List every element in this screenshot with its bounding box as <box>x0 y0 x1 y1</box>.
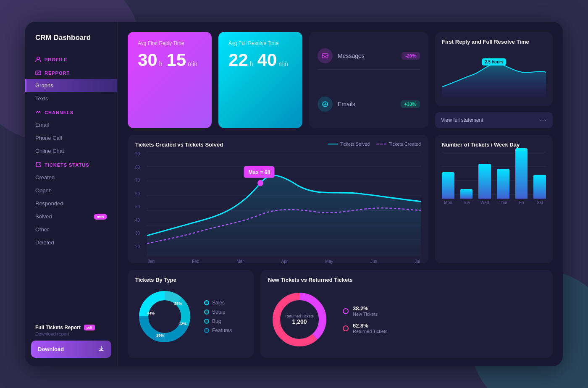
chart-tooltip: 2.5 hours <box>482 58 506 66</box>
sidebar-bottom: Full Tickets Report pdf Download report … <box>25 320 117 358</box>
bottom-row: Tickets By Type <box>128 270 553 358</box>
view-statement-btn[interactable]: View full statement ··· <box>435 112 553 128</box>
first-reply-chart-title: First Reply and Full Resolve Time <box>442 39 546 45</box>
sidebar-item-other[interactable]: Other <box>25 223 117 236</box>
svg-text:1,200: 1,200 <box>292 318 307 325</box>
main-content: Avg First Reply Time 30 h 15 min Avg Ful… <box>118 22 563 366</box>
bar-group-tue: Tue <box>460 189 473 205</box>
new-returned-donut: Returned Tickets 1,200 <box>268 288 331 351</box>
line-chart-area: Max = 68 Jan Feb Mar Apr May Jun Jul <box>147 152 421 257</box>
first-reply-chart-card: First Reply and Full Resolve Time <box>435 32 553 106</box>
new-vs-returned-row: Returned Tickets 1,200 38.2% New Tickets <box>268 285 545 351</box>
bar-label: Mon <box>444 200 452 205</box>
bar-chart-area: MonTueWedThurFriSat <box>442 152 546 207</box>
sidebar-item-chat[interactable]: Online Chat <box>25 144 117 157</box>
sidebar-item-graphs[interactable]: Graphs <box>25 79 117 92</box>
donut-legend: Sales Setup Bug Features <box>204 300 232 333</box>
sidebar-section-channels: CHANNELS <box>25 105 117 118</box>
first-reply-min-unit: min <box>188 60 197 67</box>
new-label: New Tickets <box>353 312 378 317</box>
view-statement-label: View full statement <box>441 117 483 123</box>
sidebar-item-solved[interactable]: Solved new <box>25 210 117 223</box>
right-panel: First Reply and Full Resolve Time <box>435 32 553 128</box>
avg-first-reply-label: Avg First Reply Time <box>138 40 202 46</box>
avg-full-resolve-label: Avg Full Resolve Time <box>228 40 292 46</box>
bar <box>460 189 473 199</box>
emails-icon <box>318 97 333 112</box>
avg-full-resolve-card: Avg Full Resolve Time 22 h 40 min <box>218 32 302 128</box>
svg-point-13 <box>257 180 263 186</box>
new-pct: 38.2% <box>353 305 378 312</box>
sidebar: CRM Dashboard PROFILE REPPORT Graphs <box>25 22 118 366</box>
svg-point-0 <box>37 57 39 60</box>
bar-label: Tue <box>463 200 470 205</box>
new-vs-returned-title: New Tickets vs Returned Tickets <box>268 277 545 283</box>
emails-row: Emails +33% <box>318 91 420 118</box>
y-axis: 90 80 70 60 50 40 30 20 <box>135 152 147 257</box>
legend-sales: Sales <box>204 300 232 306</box>
download-icon <box>98 345 105 353</box>
dashboard: CRM Dashboard PROFILE REPPORT Graphs <box>25 22 563 366</box>
solved-new-badge: new <box>94 214 107 220</box>
avg-first-reply-card: Avg First Reply Time 30 h 15 min <box>128 32 212 128</box>
legend-features: Features <box>204 328 232 333</box>
download-button[interactable]: Download <box>31 341 111 358</box>
tickets-by-type-card: Tickets By Type <box>128 270 254 358</box>
sidebar-item-oppen[interactable]: Oppen <box>25 184 117 197</box>
legend-bug: Bug <box>204 318 232 324</box>
legend-created: Tickets Created <box>376 142 421 147</box>
returned-tickets-dot <box>343 325 349 331</box>
donut-row: 25% 12% 19% 44% Sales <box>135 285 246 346</box>
svg-text:Returned Tickets: Returned Tickets <box>285 314 314 318</box>
svg-text:12%: 12% <box>179 322 186 326</box>
donut-chart: 25% 12% 19% 44% <box>135 287 194 346</box>
new-returned-legend: 38.2% New Tickets 62.8% Returned Tickets <box>343 305 388 334</box>
sales-dot <box>204 300 209 305</box>
returned-pct: 62.8% <box>353 322 388 329</box>
messages-label: Messages <box>338 52 396 59</box>
returned-tickets-legend: 62.8% Returned Tickets <box>343 322 388 334</box>
messages-badge: -20% <box>402 52 420 60</box>
bar-chart-container: MonTueWedThurFriSat <box>442 152 546 207</box>
bar-group-thur: Thur <box>497 169 509 205</box>
legend-setup: Setup <box>204 309 232 315</box>
bug-dot <box>204 319 209 324</box>
bar <box>497 169 509 199</box>
sidebar-item-phone[interactable]: Phone Call <box>25 131 117 144</box>
messages-emails-card: Messages -20% Emails +33% <box>309 32 428 128</box>
sidebar-item-email[interactable]: Email <box>25 118 117 131</box>
report-icon <box>35 70 41 76</box>
bar-group-fri: Fri <box>515 148 528 205</box>
weekday-chart-card: Number of Tickets / Week Day MonTueWedTh… <box>435 135 553 263</box>
emails-label: Emails <box>338 101 396 107</box>
tickets-icon <box>35 162 41 168</box>
bar <box>533 175 546 199</box>
messages-icon <box>318 48 333 63</box>
download-sub: Download report <box>31 331 111 341</box>
full-tickets-row: Full Tickets Report pdf <box>31 320 111 331</box>
bar-label: Wed <box>480 200 489 205</box>
first-reply-minutes: 15 <box>167 51 186 69</box>
sidebar-section-tickets: TICKETS STATUS <box>25 157 117 171</box>
new-vs-returned-card: New Tickets vs Returned Tickets Retur <box>260 270 553 358</box>
channels-icon <box>35 109 41 116</box>
resolve-min-unit: min <box>278 60 288 67</box>
bar-label: Thur <box>499 200 508 205</box>
bar-label: Sat <box>537 200 543 205</box>
sidebar-item-texts[interactable]: Texts <box>25 92 117 105</box>
tickets-by-type-title: Tickets By Type <box>135 277 246 283</box>
features-dot <box>204 328 209 333</box>
bar-group-wed: Wed <box>478 164 491 205</box>
sidebar-item-deleted[interactable]: Deleted <box>25 236 117 249</box>
tickets-chart-card: Tickets Created vs Tickets Solved Ticket… <box>128 135 428 263</box>
setup-dot <box>204 309 209 315</box>
tickets-chart-title: Tickets Created vs Tickets Solved <box>135 142 223 148</box>
sidebar-item-responded[interactable]: Responded <box>25 197 117 210</box>
legend-created-line <box>376 144 386 144</box>
pdf-badge: pdf <box>84 325 95 330</box>
sidebar-item-created[interactable]: Created <box>25 171 117 184</box>
legend-solved-line <box>328 144 338 144</box>
bar-label: Fri <box>519 200 524 205</box>
bar <box>442 172 454 199</box>
messages-row: Messages -20% <box>318 42 420 70</box>
